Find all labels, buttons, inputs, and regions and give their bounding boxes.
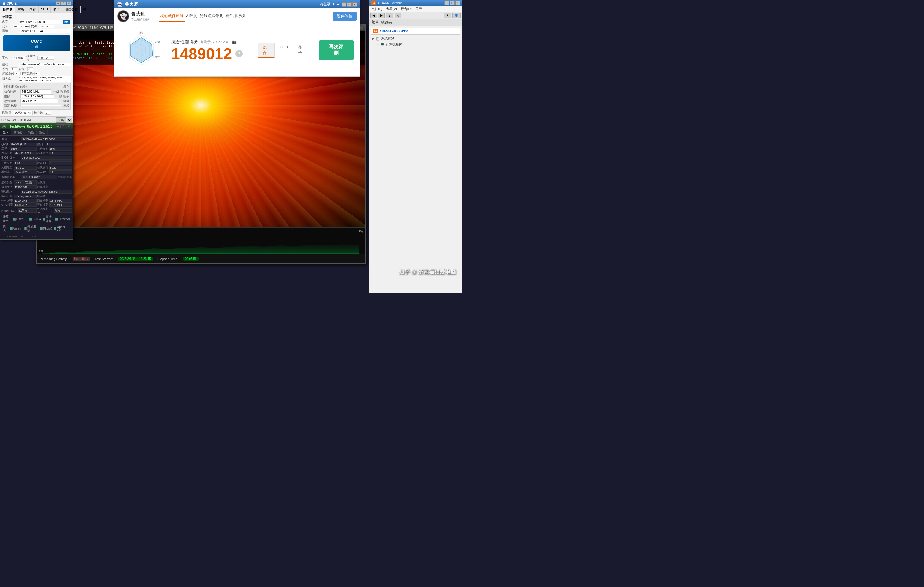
watermark-at: @ (411, 269, 417, 275)
gpuz-tab-advanced[interactable]: 高级 (25, 129, 36, 136)
aida-menu-file[interactable]: 文件(F) (371, 7, 382, 11)
aida-close-btn[interactable]: × (455, 1, 460, 5)
cpuz-tdp-label: TDP (31, 25, 38, 28)
gpuz-mem-clock-field: 显存频率 1875 MHz (37, 198, 72, 203)
luda-menu-icon[interactable]: ☰ (337, 2, 340, 6)
cpuz-tab-spd[interactable]: SPD (39, 6, 51, 13)
furmark-bottom-bar: Remaining Battery: No battery Test Start… (36, 254, 365, 263)
cpuz-tab-gpu[interactable]: 显卡 (51, 6, 63, 13)
gpuz-vram-type-value: GDDR6 (三星) (14, 180, 36, 185)
luda-score-value-row: 1489012 ? (171, 46, 243, 61)
gpuz-shaders-directx-row: 看色器 3584 单元 DirectX 12 (2, 170, 72, 174)
luda-camera-icon[interactable]: 📷 (232, 40, 237, 44)
cpuz-tools-button[interactable]: 工具 (56, 117, 66, 123)
cpuz-tab-benchmark[interactable]: 测试分数 (63, 6, 81, 13)
luda-title-brand: 鲁大师 (125, 2, 138, 7)
gpuz-close-btn[interactable]: × (67, 124, 71, 129)
aida-nav-favorites[interactable]: 收藏夹 (381, 20, 392, 25)
luda-nav-rankings[interactable]: 硬件排行榜 (224, 11, 246, 21)
gpuz-tab-verify[interactable]: 验证 (36, 129, 48, 136)
gpuz-cuda-checkbox: CUDA (29, 218, 41, 221)
gpuz-compute-title: 计算能力 (3, 215, 11, 223)
gpuz-transistors-value: 12 (50, 152, 72, 155)
luda-close-btn[interactable]: × (352, 2, 357, 7)
aida-forward-btn[interactable]: ▶ (378, 13, 385, 18)
aida-minimize-btn[interactable]: ─ (444, 1, 449, 5)
cpuz-maximize-btn[interactable]: □ (61, 1, 66, 5)
luda-tab-comprehensive[interactable]: 综合 (257, 43, 274, 58)
aida-tree-arrow-2: ─ (377, 43, 379, 46)
luda-minimize-btn[interactable]: ─ (342, 2, 346, 7)
cpuz-tools-dropdown[interactable]: ▼ (67, 118, 72, 122)
cpuz-tab-bar: 处理器 主板 内存 SPD 显卡 测试分数 关于 (0, 6, 73, 13)
cpuz-tab-board[interactable]: 主板 (15, 6, 27, 13)
gpuz-vram-total-label: 总线宽 (37, 181, 46, 185)
watermark: 知乎 @ 济南猫猫爱电脑 (399, 268, 456, 276)
cpuz-busspeed-row: 总线速度 99.78 MHz 二级缓 (4, 99, 69, 103)
gpuz-maximize-btn[interactable]: □ (61, 124, 66, 129)
luda-score-section: 综合 CPU 显卡 综合性能得分 评测于 2023-02-07 📷 148901… (114, 24, 360, 76)
cpuz-tab-memory[interactable]: 内存 (27, 6, 39, 13)
aida-tree-system-overview[interactable]: ▶ 📋 系统概述 (371, 36, 460, 41)
gpuz-boost-mem-label: 显存频率 (37, 203, 49, 207)
gpuz-nvlink-label: NVIDIA SLI (2, 209, 18, 212)
gpuz-process-die-row: 工艺 8 nm 芯片大小 276 (2, 147, 72, 151)
gpuz-process-value: 8 nm (10, 147, 36, 150)
cpuz-close-btn[interactable]: × (67, 1, 71, 5)
gpuz-direct-compute-checkbox: 直接计算 (43, 215, 53, 223)
gpuz-name-value: NVIDIA GeForce RTX 3060 (21, 137, 72, 141)
gpuz-opengl-checkbox: OpenGL 4.6 (54, 225, 71, 232)
gpuz-nvlink-value: 已禁用 (18, 208, 36, 213)
luda-main-nav: 👻 鲁大师 专注硬件防护 核心硬件评测 AI评测 光线追踪评测 硬件排行榜 硬件… (114, 8, 360, 24)
aida-user-btn[interactable]: 👤 (452, 13, 460, 18)
cpuz-processor-select[interactable]: 处理器 #1 (13, 111, 33, 115)
aida-nav-menu[interactable]: 菜单 (371, 20, 379, 25)
aida-tree-computer-name[interactable]: ─ 💻 计算机名称 (376, 41, 460, 47)
aida-up-btn[interactable]: ▲ (386, 13, 393, 18)
cpuz-model-value: 7 (27, 67, 33, 71)
gpuz-vram-size-row: 显存大小 12288 MB 显存带宽 (2, 185, 72, 189)
luda-login-btn[interactable]: 请登录 (320, 2, 330, 7)
aida-title-left: 64 AIDA64 Extreme (371, 1, 402, 5)
luda-nav-core-benchmark[interactable]: 核心硬件评测 (159, 11, 185, 21)
cpuz-name-label: 名字 (2, 20, 18, 24)
luda-avatar: 👻 (117, 10, 129, 22)
luda-hardware-check-btn[interactable]: 硬件体检 (333, 12, 356, 21)
gpuz-tab-display[interactable]: 显卡 (0, 129, 12, 136)
aida-back-btn[interactable]: ◀ (370, 13, 377, 18)
cpuz-tab-about[interactable]: 关于 (81, 6, 92, 13)
luda-nav-raytracing[interactable]: 光线追踪评测 (198, 11, 224, 21)
cpuz-codename-label: 代号 (2, 24, 13, 28)
gpuz-revision-field: 修订 A1 (37, 142, 72, 146)
luda-tab-cpu[interactable]: CPU (275, 43, 293, 58)
luda-question-mark[interactable]: ? (236, 50, 243, 57)
cpuz-multiplier-value: x 45.0 (4.0 - 46.0) (20, 94, 54, 98)
luda-tab-gpu[interactable]: 显卡 (293, 43, 310, 58)
gpuz-tab-sensors[interactable]: 传感器 (12, 129, 25, 136)
vulkan-checkbox-icon (10, 227, 13, 230)
gpuz-title-text: TechPowerUp GPU-Z 2.51.0 (10, 124, 53, 128)
cpuz-minimize-btn[interactable]: ─ (56, 1, 61, 5)
luda-score-info: 综合性能得分 评测于 2023-02-07 📷 1489012 ? (171, 39, 243, 61)
aida-menu-view[interactable]: 查看(V) (386, 7, 397, 11)
aida-maximize-btn[interactable]: □ (450, 1, 455, 5)
luda-retry-btn[interactable]: 再次评测 (319, 40, 353, 60)
aida-favorites-btn[interactable]: ★ (444, 13, 451, 18)
gpuz-digital-sig-label: 数字签 (37, 195, 46, 198)
luda-download-icon[interactable]: ⬇ (332, 2, 335, 6)
gpuz-minimize-btn[interactable]: ─ (56, 124, 61, 129)
cpuz-tab-processor[interactable]: 处理器 (0, 6, 15, 13)
luda-titlebar: 👻 鲁大师 请登录 ⬇ ☰ ─ □ × (114, 0, 360, 8)
aida-menu-about[interactable]: 关于 (415, 7, 422, 11)
luda-nav-ai-benchmark[interactable]: AI评测 (185, 11, 198, 21)
aida-home-btn[interactable]: ⌂ (395, 13, 401, 18)
luda-maximize-btn[interactable]: □ (347, 2, 352, 7)
cpuz-socket-label: 插槽 (2, 29, 18, 33)
aida-menu-report[interactable]: 报告(R) (401, 7, 412, 11)
cpuz-busspeed-label: 总线速度 (4, 99, 19, 103)
furmark-graph-fill (43, 243, 359, 255)
aida-content: 64 AIDA64 v6.85.6300 ▶ 📋 系统概述 ─ 💻 计算机名称 (369, 26, 462, 49)
furmark-percentage-low: 0% (39, 250, 43, 253)
cpuz-family-model-row: 系列 6 型号 7 (2, 67, 71, 71)
cpuz-level2-label: 二级缓 (60, 99, 69, 103)
